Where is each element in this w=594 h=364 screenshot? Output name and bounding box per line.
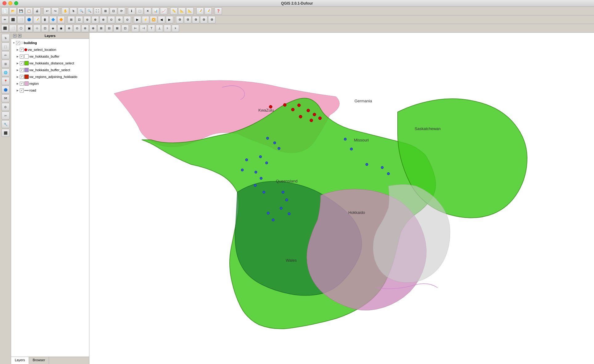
extra-btn-12[interactable]: ⊕ <box>89 25 97 32</box>
layer-checkbox-vw_hokkaido_distance_select[interactable] <box>20 61 24 65</box>
layer-item-vw_hokkaido_buffer[interactable]: ▶ vw_hokkaido_buffer <box>11 53 89 60</box>
plugin-btn-3[interactable]: 🔀 <box>150 16 157 23</box>
digitize-btn-1[interactable]: ✏ <box>1 16 9 23</box>
digitize-btn-3[interactable]: ⬜ <box>17 16 25 23</box>
extra-btn-13[interactable]: ⊞ <box>97 25 105 32</box>
zoom-layer-button[interactable]: ⊡ <box>110 7 117 15</box>
extra-btn-4[interactable]: ▣ <box>25 25 33 32</box>
zoom-out-button[interactable]: 🔍 <box>86 7 93 15</box>
tab-layers[interactable]: Layers <box>11 357 29 364</box>
extra-btn-20[interactable]: ⊥ <box>156 25 163 32</box>
plugin-btn-1[interactable]: ▶ <box>134 16 141 23</box>
digitize-btn-7[interactable]: 🔷 <box>49 16 57 23</box>
redo-button[interactable]: ↪ <box>51 7 59 15</box>
processing-btn-3[interactable]: ⚙ <box>192 16 199 23</box>
layer-checkbox-vw_hokkaido_buffer[interactable] <box>20 55 24 59</box>
statistics-button[interactable]: 📈 <box>160 7 167 15</box>
adv-btn-4[interactable]: ⊕ <box>92 16 99 23</box>
adv-btn-7[interactable]: ⊚ <box>116 16 123 23</box>
layer-item-vw_regions_adjoining_hokkaido[interactable]: ▶ vw_regions_adjoining_hokkaido <box>11 73 89 80</box>
layer-expand-vw_hokkaido_buffer[interactable]: ▶ <box>16 55 19 58</box>
extra-btn-15[interactable]: ⊠ <box>113 25 121 32</box>
extra-btn-10[interactable]: ⊙ <box>73 25 81 32</box>
open-project-button[interactable]: 📂 <box>9 7 17 15</box>
extra-btn-17[interactable]: ⊢ <box>132 25 139 32</box>
pan-tool-button[interactable]: ✋ <box>62 7 69 15</box>
extra-btn-7[interactable]: ◈ <box>49 25 57 32</box>
zoom-in-button[interactable]: 🔍 <box>78 7 85 15</box>
pan-map-button[interactable]: 🖱 <box>70 7 77 15</box>
layer-checkbox-vw_select_location[interactable] <box>20 48 24 52</box>
left-btn-1[interactable]: 🖱 <box>2 34 10 42</box>
layer-item-vw_hokkaido_distance_select[interactable]: ▶ vw_hokkaido_distance_select <box>11 60 89 67</box>
extra-btn-18[interactable]: ⊣ <box>140 25 147 32</box>
tab-browser[interactable]: Browser <box>29 357 49 364</box>
layer-checkbox-vw_hokkaido_buffer_select[interactable] <box>20 68 24 72</box>
panel-close-button[interactable]: × <box>18 34 22 38</box>
layer-expand-vw_regions_adjoining_hokkaido[interactable]: ▶ <box>16 75 19 78</box>
left-btn-2[interactable]: ⬚ <box>2 43 10 51</box>
left-btn-12[interactable]: ⬛ <box>2 129 10 137</box>
digitize-btn-2[interactable]: ⬛ <box>9 16 17 23</box>
measure-button[interactable]: 📏 <box>170 7 178 15</box>
layer-item-building[interactable]: ▼ building <box>11 39 89 46</box>
layer-checkbox-road[interactable] <box>20 88 24 92</box>
deselect-button[interactable]: ✕ <box>144 7 151 15</box>
adv-btn-2[interactable]: ⊡ <box>76 16 83 23</box>
save-project-button[interactable]: 💾 <box>17 7 25 15</box>
processing-btn-1[interactable]: ⚙ <box>176 16 183 23</box>
maximize-button[interactable] <box>14 1 18 5</box>
layer-expand-building[interactable]: ▼ <box>12 41 15 44</box>
info-button[interactable]: ℹ <box>128 7 135 15</box>
plugin-btn-2[interactable]: ⚡ <box>142 16 149 23</box>
layer-expand-road[interactable]: ▶ <box>16 89 19 92</box>
help-button[interactable]: ❓ <box>215 7 222 15</box>
digitize-btn-6[interactable]: 🗑 <box>41 16 49 23</box>
adv-btn-1[interactable]: ⊞ <box>68 16 75 23</box>
close-button[interactable] <box>2 1 6 5</box>
layer-expand-vw_hokkaido_distance_select[interactable]: ▶ <box>16 62 19 65</box>
left-btn-4[interactable]: ⊞ <box>2 60 10 68</box>
left-btn-10[interactable]: ✂ <box>2 112 10 120</box>
measure-angle-button[interactable]: 📐 <box>186 7 194 15</box>
zoom-selection-button[interactable]: ⊞ <box>102 7 109 15</box>
zoom-full-button[interactable]: ⛶ <box>94 7 101 15</box>
panel-minimize-button[interactable]: − <box>13 34 17 38</box>
layer-checkbox-vw_regions_adjoining_hokkaido[interactable] <box>20 75 24 79</box>
processing-btn-2[interactable]: ⚙ <box>184 16 191 23</box>
extra-btn-5[interactable]: ⊹ <box>33 25 41 32</box>
measure-area-button[interactable]: 📐 <box>178 7 186 15</box>
refresh-button[interactable]: ⟳ <box>118 7 125 15</box>
layer-checkbox-building[interactable] <box>16 41 20 45</box>
processing-btn-5[interactable]: ⚙ <box>208 16 215 23</box>
digitize-btn-5[interactable]: 📝 <box>33 16 41 23</box>
layer-item-road[interactable]: ▶ road <box>11 87 89 94</box>
new-project-button[interactable]: 📄 <box>1 7 9 15</box>
save-as-button[interactable]: 📋 <box>25 7 33 15</box>
left-btn-11[interactable]: 🔧 <box>2 120 10 128</box>
extra-btn-8[interactable]: ◉ <box>57 25 65 32</box>
layer-expand-vw_select_location[interactable]: ▶ <box>16 48 19 51</box>
extra-btn-21[interactable]: ⊦ <box>164 25 171 32</box>
layer-expand-region[interactable]: ▶ <box>16 82 19 85</box>
adv-btn-6[interactable]: ⊙ <box>108 16 115 23</box>
plugin-btn-4[interactable]: ◀ <box>158 16 165 23</box>
extra-btn-6[interactable]: ⊡ <box>41 25 49 32</box>
extra-btn-14[interactable]: ⊟ <box>105 25 113 32</box>
extra-btn-11[interactable]: ⊚ <box>81 25 89 32</box>
left-btn-9[interactable]: ⚙ <box>2 103 10 111</box>
extra-btn-16[interactable]: ⊡ <box>121 25 129 32</box>
layer-item-vw_select_location[interactable]: ▶ vw_select_location <box>11 46 89 53</box>
extra-btn-9[interactable]: ⊗ <box>65 25 73 32</box>
processing-btn-4[interactable]: ⚙ <box>200 16 207 23</box>
digitize-btn-8[interactable]: 🔶 <box>57 16 65 23</box>
adv-btn-3[interactable]: ⊛ <box>84 16 91 23</box>
extra-btn-3[interactable]: ⬡ <box>17 25 25 32</box>
adv-btn-5[interactable]: ⊗ <box>100 16 107 23</box>
adv-btn-8[interactable]: ⊝ <box>124 16 131 23</box>
left-btn-3[interactable]: ✏ <box>2 51 10 59</box>
extra-btn-2[interactable]: ⬜ <box>9 25 17 32</box>
left-btn-8[interactable]: 🗺 <box>2 94 10 102</box>
text-label-button[interactable]: 📝 <box>196 7 204 15</box>
plugin-btn-5[interactable]: ▶ <box>166 16 173 23</box>
